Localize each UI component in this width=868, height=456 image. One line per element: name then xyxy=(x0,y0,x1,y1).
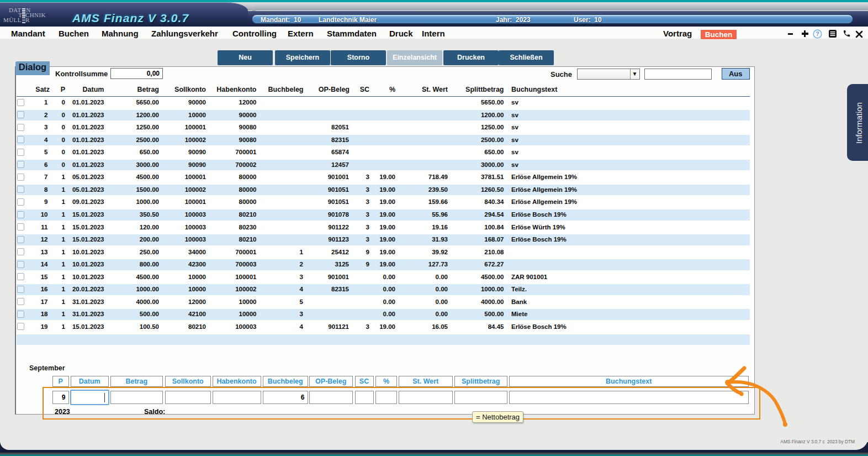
svg-text:?: ? xyxy=(816,30,819,37)
